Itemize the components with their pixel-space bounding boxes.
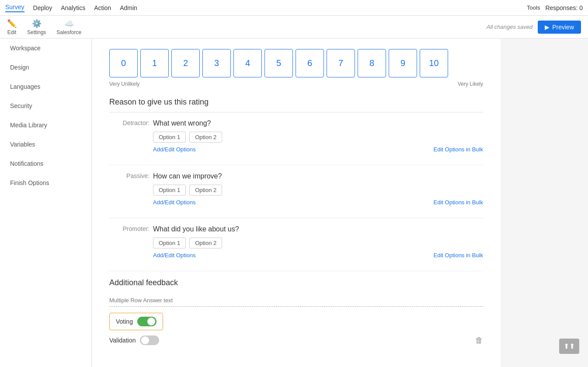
nav-admin[interactable]: Admin [120, 4, 137, 11]
promoter-option-2[interactable]: Option 2 [189, 238, 222, 248]
passive-block: Passive: How can we improve? Option 1 Op… [109, 172, 483, 206]
nav-action[interactable]: Action [94, 4, 111, 11]
salesforce-icon: ☁️ [64, 19, 74, 28]
edit-label: Edit [7, 29, 17, 35]
promoter-option-1[interactable]: Option 1 [153, 238, 186, 248]
preview-icon: ▶ [545, 24, 550, 31]
promoter-options: Option 1 Option 2 [153, 238, 483, 248]
salesforce-label: Salesforce [56, 29, 81, 35]
detractor-row: Detractor: What went wrong? [109, 119, 483, 127]
detractor-options: Option 1 Option 2 [153, 132, 483, 143]
content-area: 0 1 2 3 4 5 6 7 8 9 10 Very Unlikely Ver… [92, 38, 501, 367]
scroll-to-top-button[interactable]: ⬆⬆ [559, 339, 579, 354]
sidebar-item-media-library[interactable]: Media Library [0, 115, 91, 135]
detractor-option-1[interactable]: Option 1 [153, 132, 186, 143]
preview-label: Preview [552, 24, 574, 31]
nps-label-unlikely: Very Unlikely [109, 81, 139, 87]
passive-option-2[interactable]: Option 2 [189, 185, 222, 196]
settings-label: Settings [27, 29, 46, 35]
sidebar-item-design[interactable]: Design [0, 58, 91, 77]
nps-box-2[interactable]: 2 [171, 49, 200, 77]
nav-analytics[interactable]: Analytics [61, 4, 85, 11]
nps-box-6[interactable]: 6 [296, 49, 324, 77]
nav-survey[interactable]: Survey [5, 3, 24, 12]
voting-label: Voting [116, 318, 133, 325]
passive-row: Passive: How can we improve? [109, 172, 483, 180]
nps-box-4[interactable]: 4 [233, 49, 262, 77]
promoter-row: Promoter: What did you like about us? [109, 225, 483, 233]
detractor-label: Detractor: [109, 119, 153, 126]
responses-count: Responses: 0 [545, 4, 583, 11]
nps-box-1[interactable]: 1 [140, 49, 169, 77]
nps-box-3[interactable]: 3 [202, 49, 231, 77]
additional-feedback-title: Additional feedback [109, 278, 483, 287]
promoter-edit-bulk[interactable]: Edit Options in Bulk [434, 252, 483, 259]
promoter-label: Promoter: [109, 225, 153, 232]
validation-label: Validation [109, 337, 136, 344]
nps-labels: Very Unlikely Very Likely [109, 81, 483, 87]
sidebar-item-finish-options[interactable]: Finish Options [0, 173, 91, 192]
sidebar-item-languages[interactable]: Languages [0, 77, 91, 96]
nps-box-10[interactable]: 10 [420, 49, 448, 77]
promoter-add-edit[interactable]: Add/Edit Options [153, 252, 196, 259]
reason-section-title: Reason to give us this rating [109, 98, 483, 112]
sidebar-item-workspace[interactable]: Workspace [0, 38, 91, 58]
detractor-add-edit[interactable]: Add/Edit Options [153, 146, 196, 153]
validation-row: Validation 🗑 [109, 336, 483, 345]
toggle-slider-off [140, 336, 159, 345]
settings-icon: ⚙️ [32, 19, 42, 28]
passive-add-edit[interactable]: Add/Edit Options [153, 199, 196, 206]
sidebar-item-notifications[interactable]: Notifications [0, 154, 91, 173]
top-nav-right: Tools Responses: 0 [527, 4, 583, 11]
nps-box-5[interactable]: 5 [264, 49, 293, 77]
top-nav: Survey Deploy Analytics Action Admin Too… [0, 0, 588, 16]
detractor-block: Detractor: What went wrong? Option 1 Opt… [109, 119, 483, 153]
toggle-slider-on [137, 317, 157, 326]
toolbar: ✏️ Edit ⚙️ Settings ☁️ Salesforce All ch… [0, 16, 588, 38]
edit-icon: ✏️ [7, 19, 17, 28]
multi-row-input[interactable] [109, 294, 483, 307]
save-status: All changes saved [487, 24, 533, 30]
passive-actions: Add/Edit Options Edit Options in Bulk [153, 199, 483, 206]
edit-toolbar-item[interactable]: ✏️ Edit [7, 19, 17, 35]
nps-box-7[interactable]: 7 [327, 49, 355, 77]
validation-left: Validation [109, 336, 159, 345]
nps-box-9[interactable]: 9 [389, 49, 417, 77]
nps-box-0[interactable]: 0 [109, 49, 138, 77]
sidebar-item-variables[interactable]: Variables [0, 135, 91, 154]
divider-3 [109, 271, 483, 271]
validation-toggle[interactable] [140, 336, 159, 345]
passive-options: Option 1 Option 2 [153, 185, 483, 196]
passive-label: Passive: [109, 172, 153, 179]
detractor-edit-bulk[interactable]: Edit Options in Bulk [434, 146, 483, 153]
detractor-actions: Add/Edit Options Edit Options in Bulk [153, 146, 483, 153]
divider-1 [109, 165, 483, 165]
sidebar-item-security[interactable]: Security [0, 96, 91, 115]
preview-button[interactable]: ▶ Preview [538, 21, 581, 34]
toolbar-right: All changes saved ▶ Preview [487, 21, 581, 34]
nav-deploy[interactable]: Deploy [33, 4, 52, 11]
passive-edit-bulk[interactable]: Edit Options in Bulk [434, 199, 483, 206]
top-nav-links: Survey Deploy Analytics Action Admin [5, 3, 137, 12]
promoter-question: What did you like about us? [153, 225, 239, 233]
toolbar-left: ✏️ Edit ⚙️ Settings ☁️ Salesforce [7, 19, 81, 35]
voting-toggle[interactable] [137, 317, 157, 326]
tools-button[interactable]: Tools [527, 4, 540, 11]
passive-option-1[interactable]: Option 1 [153, 185, 186, 196]
promoter-actions: Add/Edit Options Edit Options in Bulk [153, 252, 483, 259]
nps-label-likely: Very Likely [458, 81, 483, 87]
sidebar: Workspace Design Languages Security Medi… [0, 38, 92, 367]
main-layout: Workspace Design Languages Security Medi… [0, 38, 588, 367]
detractor-option-2[interactable]: Option 2 [189, 132, 222, 143]
voting-row: Voting [109, 313, 163, 330]
passive-question: How can we improve? [153, 172, 222, 180]
delete-icon[interactable]: 🗑 [475, 336, 483, 345]
detractor-question: What went wrong? [153, 119, 211, 127]
divider-2 [109, 218, 483, 218]
right-panel [501, 38, 588, 367]
nps-scale: 0 1 2 3 4 5 6 7 8 9 10 [109, 49, 483, 77]
nps-box-8[interactable]: 8 [358, 49, 386, 77]
promoter-block: Promoter: What did you like about us? Op… [109, 225, 483, 259]
salesforce-toolbar-item[interactable]: ☁️ Salesforce [56, 19, 81, 35]
settings-toolbar-item[interactable]: ⚙️ Settings [27, 19, 46, 35]
